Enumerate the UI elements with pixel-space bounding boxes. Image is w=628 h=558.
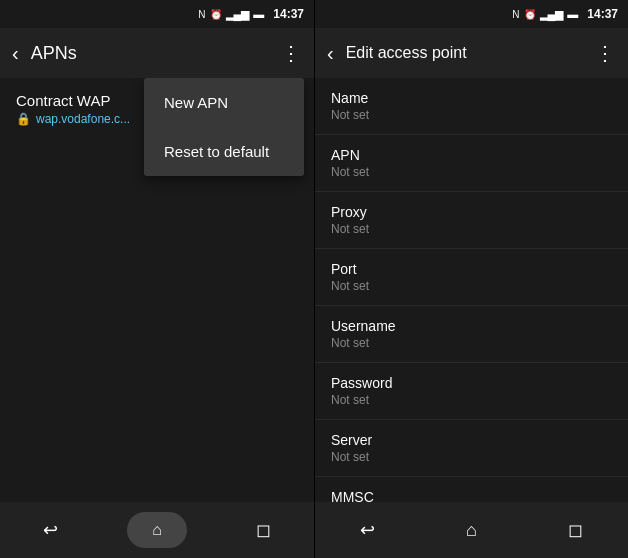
right-alarm-icon: ⏰ — [524, 9, 536, 20]
right-home-nav-button[interactable]: ⌂ — [446, 512, 496, 548]
left-back-nav-button[interactable]: ↩ — [26, 512, 76, 548]
right-screen: N ⏰ ▂▄▆ ▬ 14:37 ‹ Edit access point ⋮ Na… — [314, 0, 628, 558]
left-content: Contract WAP 🔒 wap.vodafone.c... New APN… — [0, 78, 314, 502]
lock-icon: 🔒 — [16, 112, 31, 126]
left-more-button[interactable]: ⋮ — [281, 41, 302, 65]
right-title: Edit access point — [346, 44, 595, 62]
settings-label-6: Server — [331, 432, 612, 448]
right-nfc-icon: N — [512, 9, 519, 20]
settings-value-1: Not set — [331, 165, 612, 179]
left-top-bar: ‹ APNs ⋮ — [0, 28, 314, 78]
settings-label-7: MMSC — [331, 489, 612, 502]
settings-item-username[interactable]: UsernameNot set — [315, 306, 628, 363]
right-status-bar: N ⏰ ▂▄▆ ▬ 14:37 — [315, 0, 628, 28]
left-status-icons: N ⏰ ▂▄▆ ▬ — [198, 8, 264, 21]
alarm-icon: ⏰ — [210, 9, 222, 20]
settings-label-5: Password — [331, 375, 612, 391]
left-bottom-nav: ↩ ⌂ ◻ — [0, 502, 314, 558]
settings-item-name[interactable]: NameNot set — [315, 78, 628, 135]
settings-label-2: Proxy — [331, 204, 612, 220]
settings-item-password[interactable]: PasswordNot set — [315, 363, 628, 420]
settings-value-2: Not set — [331, 222, 612, 236]
left-screen: N ⏰ ▂▄▆ ▬ 14:37 ‹ APNs ⋮ Contract WAP 🔒 … — [0, 0, 314, 558]
left-recents-nav-button[interactable]: ◻ — [238, 512, 288, 548]
nfc-icon: N — [198, 9, 205, 20]
settings-value-5: Not set — [331, 393, 612, 407]
left-time: 14:37 — [273, 7, 304, 21]
signal-icon: ▂▄▆ — [226, 8, 250, 21]
left-back-button[interactable]: ‹ — [12, 43, 19, 63]
left-title: APNs — [31, 43, 281, 64]
settings-value-0: Not set — [331, 108, 612, 122]
settings-item-port[interactable]: PortNot set — [315, 249, 628, 306]
settings-item-proxy[interactable]: ProxyNot set — [315, 192, 628, 249]
apn-item-url: wap.vodafone.c... — [36, 112, 130, 126]
settings-value-4: Not set — [331, 336, 612, 350]
right-status-icons: N ⏰ ▂▄▆ ▬ — [512, 8, 578, 21]
home-icon: ⌂ — [152, 521, 162, 539]
settings-item-apn[interactable]: APNNot set — [315, 135, 628, 192]
right-top-bar: ‹ Edit access point ⋮ — [315, 28, 628, 78]
new-apn-menu-item[interactable]: New APN — [144, 78, 304, 127]
settings-label-4: Username — [331, 318, 612, 334]
settings-item-server[interactable]: ServerNot set — [315, 420, 628, 477]
battery-icon: ▬ — [253, 8, 264, 20]
settings-value-3: Not set — [331, 279, 612, 293]
right-signal-icon: ▂▄▆ — [540, 8, 564, 21]
settings-item-mmsc[interactable]: MMSCNot set — [315, 477, 628, 502]
right-more-button[interactable]: ⋮ — [595, 41, 616, 65]
settings-value-6: Not set — [331, 450, 612, 464]
left-home-nav-button[interactable]: ⌂ — [127, 512, 187, 548]
right-recents-nav-button[interactable]: ◻ — [551, 512, 601, 548]
right-battery-icon: ▬ — [567, 8, 578, 20]
right-back-button[interactable]: ‹ — [327, 43, 334, 63]
right-content: NameNot setAPNNot setProxyNot setPortNot… — [315, 78, 628, 502]
reset-to-default-menu-item[interactable]: Reset to default — [144, 127, 304, 176]
right-back-nav-button[interactable]: ↩ — [342, 512, 392, 548]
settings-label-0: Name — [331, 90, 612, 106]
settings-label-3: Port — [331, 261, 612, 277]
settings-label-1: APN — [331, 147, 612, 163]
right-bottom-nav: ↩ ⌂ ◻ — [315, 502, 628, 558]
right-time: 14:37 — [587, 7, 618, 21]
left-status-bar: N ⏰ ▂▄▆ ▬ 14:37 — [0, 0, 314, 28]
dropdown-menu: New APN Reset to default — [144, 78, 304, 176]
